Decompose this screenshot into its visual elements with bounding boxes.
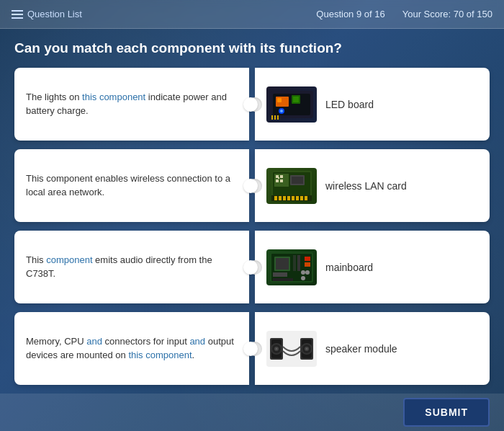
header: Question List Question 9 of 16 Your Scor… xyxy=(0,0,504,29)
led-board-image xyxy=(266,86,317,123)
svg-rect-27 xyxy=(296,196,299,200)
right-card-2[interactable]: wireless LAN card xyxy=(255,149,490,222)
mainboard-image xyxy=(266,249,317,285)
question-progress: Question 9 of 16 xyxy=(316,9,384,19)
svg-rect-10 xyxy=(277,115,279,120)
svg-rect-29 xyxy=(305,196,307,200)
question-list-label: Question List xyxy=(27,9,82,19)
left-card-4[interactable]: Memory, CPU and connectors for input and… xyxy=(14,312,249,385)
main-content: Can you match each component with its fu… xyxy=(0,29,504,394)
highlight-and-2: and xyxy=(189,336,205,347)
svg-rect-41 xyxy=(273,278,293,281)
left-text-1: The lights on this component indicate po… xyxy=(26,91,238,118)
hamburger-icon xyxy=(12,10,23,19)
score-display: Your Score: 70 of 150 xyxy=(402,9,492,19)
svg-rect-5 xyxy=(293,97,299,102)
wifi-card-image xyxy=(266,168,317,204)
svg-rect-20 xyxy=(292,177,303,184)
svg-rect-24 xyxy=(283,196,286,200)
wifi-card-label: wireless LAN card xyxy=(325,180,407,192)
left-card-2[interactable]: This component enables wireless connecti… xyxy=(14,149,249,222)
svg-rect-16 xyxy=(276,179,279,182)
header-right: Question 9 of 16 Your Score: 70 of 150 xyxy=(316,9,492,19)
svg-rect-22 xyxy=(274,196,277,200)
svg-point-38 xyxy=(305,270,310,275)
highlight-span: this component xyxy=(82,92,145,102)
svg-rect-18 xyxy=(278,177,279,179)
left-card-1[interactable]: The lights on this component indicate po… xyxy=(14,68,249,141)
svg-rect-36 xyxy=(297,255,300,271)
speaker-image xyxy=(266,331,317,367)
highlight-span-3: component xyxy=(46,254,92,265)
svg-rect-15 xyxy=(280,175,283,178)
svg-point-49 xyxy=(276,348,277,350)
svg-rect-40 xyxy=(273,272,287,277)
right-card-4[interactable]: speaker module xyxy=(255,312,490,385)
svg-rect-3 xyxy=(277,98,282,102)
question-list-button[interactable]: Question List xyxy=(12,9,82,19)
highlight-this-component: this component xyxy=(128,350,192,360)
svg-rect-28 xyxy=(300,196,303,200)
svg-rect-33 xyxy=(276,258,289,270)
footer: SUBMIT xyxy=(0,394,504,431)
matching-grid: The lights on this component indicate po… xyxy=(14,68,490,385)
left-text-4: Memory, CPU and connectors for input and… xyxy=(26,335,238,363)
right-card-3[interactable]: mainboard xyxy=(255,231,490,303)
svg-point-55 xyxy=(306,348,307,350)
svg-point-39 xyxy=(301,276,305,280)
left-text-3: This component emits audio directly from… xyxy=(26,254,238,281)
svg-rect-17 xyxy=(280,179,283,182)
svg-rect-35 xyxy=(293,255,296,271)
svg-rect-8 xyxy=(271,115,273,120)
highlight-and-1: and xyxy=(86,336,102,347)
left-text-2: This component enables wireless connecti… xyxy=(26,172,238,200)
question-title: Can you match each component with its fu… xyxy=(14,40,490,56)
submit-button[interactable]: SUBMIT xyxy=(403,398,490,427)
svg-point-37 xyxy=(301,270,305,275)
svg-rect-25 xyxy=(287,196,290,200)
led-board-label: LED board xyxy=(325,99,374,110)
svg-rect-42 xyxy=(305,257,310,261)
speaker-label: speaker module xyxy=(325,343,397,355)
svg-rect-9 xyxy=(274,115,276,120)
mainboard-label: mainboard xyxy=(325,262,373,273)
svg-rect-43 xyxy=(305,262,310,267)
right-card-1[interactable]: LED board xyxy=(255,68,490,141)
svg-point-7 xyxy=(280,110,283,112)
left-card-3[interactable]: This component emits audio directly from… xyxy=(14,231,249,303)
svg-rect-23 xyxy=(279,196,282,200)
svg-rect-26 xyxy=(292,196,294,200)
